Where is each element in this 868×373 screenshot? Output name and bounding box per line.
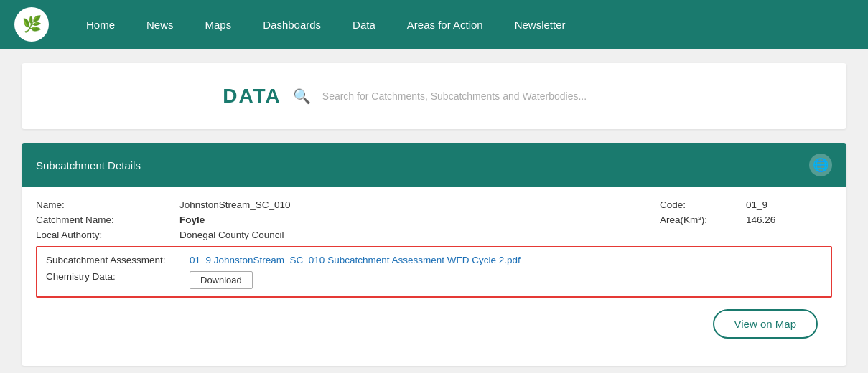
details-header: Subcatchment Details 🌐 [22, 143, 846, 186]
assessment-row: Subcatchment Assessment: 01_9 JohnstonSt… [46, 255, 822, 265]
name-value: JohnstonStream_SC_010 [179, 199, 660, 210]
navbar: 🌿 Home News Maps Dashboards Data Areas f… [0, 0, 868, 49]
search-input[interactable] [322, 88, 645, 105]
nav-newsletter[interactable]: Newsletter [499, 0, 582, 49]
search-icon: 🔍 [293, 88, 311, 105]
assessment-label: Subcatchment Assessment: [46, 255, 190, 265]
logo[interactable]: 🌿 [14, 7, 49, 42]
page-title: DATA [223, 85, 281, 108]
code-label: Code: [660, 199, 746, 210]
main-content: DATA 🔍 Subcatchment Details 🌐 Name: John… [0, 49, 868, 373]
card-footer: View on Map [36, 309, 832, 351]
nav-news[interactable]: News [131, 0, 190, 49]
search-panel: DATA 🔍 [22, 63, 846, 129]
chemistry-label: Chemistry Data: [46, 271, 190, 282]
authority-value: Donegal County Council [179, 230, 660, 240]
details-grid: Name: JohnstonStream_SC_010 Code: 01_9 C… [36, 199, 832, 240]
area-value: 146.26 [746, 214, 832, 225]
highlighted-section: Subcatchment Assessment: 01_9 JohnstonSt… [36, 246, 832, 298]
globe-icon: 🌐 [809, 154, 832, 176]
nav-home[interactable]: Home [70, 0, 131, 49]
code-value: 01_9 [746, 199, 832, 210]
nav-links: Home News Maps Dashboards Data Areas for… [70, 0, 582, 49]
nav-dashboards[interactable]: Dashboards [247, 0, 337, 49]
download-button[interactable]: Download [190, 271, 253, 289]
view-on-map-button[interactable]: View on Map [713, 309, 818, 339]
details-body: Name: JohnstonStream_SC_010 Code: 01_9 C… [22, 186, 846, 366]
details-header-title: Subcatchment Details [36, 159, 141, 171]
logo-icon: 🌿 [22, 15, 42, 34]
area-label: Area(Km²): [660, 214, 746, 225]
catchment-value: Foyle [179, 214, 660, 225]
catchment-label: Catchment Name: [36, 214, 179, 225]
name-label: Name: [36, 199, 179, 210]
nav-maps[interactable]: Maps [190, 0, 248, 49]
nav-areas[interactable]: Areas for Action [391, 0, 499, 49]
nav-data[interactable]: Data [337, 0, 391, 49]
details-card: Subcatchment Details 🌐 Name: JohnstonStr… [22, 143, 846, 366]
authority-label: Local Authority: [36, 230, 179, 240]
chemistry-row: Chemistry Data: Download [46, 271, 822, 289]
assessment-link[interactable]: 01_9 JohnstonStream_SC_010 Subcatchment … [190, 255, 521, 265]
